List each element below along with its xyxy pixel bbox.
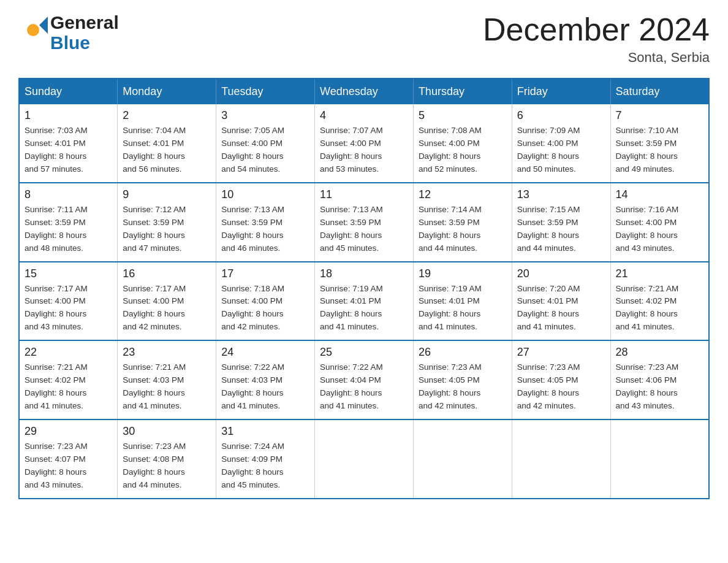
day-number: 23 — [123, 346, 211, 359]
table-row: 3 Sunrise: 7:05 AMSunset: 4:00 PMDayligh… — [216, 104, 315, 183]
table-row: 13 Sunrise: 7:15 AMSunset: 3:59 PMDaylig… — [512, 183, 610, 262]
table-row: 22 Sunrise: 7:21 AMSunset: 4:02 PMDaylig… — [19, 340, 118, 419]
page-header: General Blue December 2024 Sonta, Serbia — [18, 12, 710, 66]
day-number: 31 — [221, 425, 309, 438]
day-info: Sunrise: 7:17 AMSunset: 4:00 PMDaylight:… — [123, 284, 186, 332]
table-row: 14 Sunrise: 7:16 AMSunset: 4:00 PMDaylig… — [610, 183, 709, 262]
day-info: Sunrise: 7:05 AMSunset: 4:00 PMDaylight:… — [221, 126, 284, 174]
calendar-table: Sunday Monday Tuesday Wednesday Thursday… — [18, 78, 710, 499]
day-info: Sunrise: 7:04 AMSunset: 4:01 PMDaylight:… — [123, 126, 186, 174]
table-row: 16 Sunrise: 7:17 AMSunset: 4:00 PMDaylig… — [118, 262, 216, 341]
table-row — [610, 419, 709, 499]
day-number: 28 — [616, 346, 703, 359]
day-info: Sunrise: 7:19 AMSunset: 4:01 PMDaylight:… — [320, 284, 383, 332]
day-info: Sunrise: 7:07 AMSunset: 4:00 PMDaylight:… — [320, 126, 383, 174]
calendar-week-row: 8 Sunrise: 7:11 AMSunset: 3:59 PMDayligh… — [19, 183, 709, 262]
day-info: Sunrise: 7:22 AMSunset: 4:04 PMDaylight:… — [320, 362, 383, 410]
logo-text-block: General Blue — [50, 12, 119, 53]
day-number: 9 — [123, 188, 211, 201]
day-info: Sunrise: 7:10 AMSunset: 3:59 PMDaylight:… — [616, 126, 679, 174]
day-number: 12 — [419, 188, 507, 201]
table-row: 4 Sunrise: 7:07 AMSunset: 4:00 PMDayligh… — [315, 104, 414, 183]
table-row: 5 Sunrise: 7:08 AMSunset: 4:00 PMDayligh… — [413, 104, 512, 183]
day-number: 29 — [25, 425, 112, 438]
day-number: 3 — [221, 109, 309, 122]
table-row: 27 Sunrise: 7:23 AMSunset: 4:05 PMDaylig… — [512, 340, 610, 419]
table-row: 31 Sunrise: 7:24 AMSunset: 4:09 PMDaylig… — [216, 419, 315, 499]
table-row: 29 Sunrise: 7:23 AMSunset: 4:07 PMDaylig… — [19, 419, 118, 499]
day-number: 24 — [221, 346, 309, 359]
day-info: Sunrise: 7:11 AMSunset: 3:59 PMDaylight:… — [25, 205, 88, 253]
table-row: 18 Sunrise: 7:19 AMSunset: 4:01 PMDaylig… — [315, 262, 414, 341]
logo-blue-text: Blue — [50, 33, 119, 53]
table-row — [512, 419, 610, 499]
table-row: 9 Sunrise: 7:12 AMSunset: 3:59 PMDayligh… — [118, 183, 216, 262]
day-number: 16 — [123, 267, 211, 280]
svg-marker-1 — [39, 17, 48, 34]
day-info: Sunrise: 7:23 AMSunset: 4:07 PMDaylight:… — [25, 442, 88, 489]
table-row: 11 Sunrise: 7:13 AMSunset: 3:59 PMDaylig… — [315, 183, 414, 262]
day-info: Sunrise: 7:24 AMSunset: 4:09 PMDaylight:… — [221, 442, 284, 489]
day-info: Sunrise: 7:13 AMSunset: 3:59 PMDaylight:… — [320, 205, 383, 253]
table-row: 2 Sunrise: 7:04 AMSunset: 4:01 PMDayligh… — [118, 104, 216, 183]
location-text: Sonta, Serbia — [483, 50, 710, 66]
day-info: Sunrise: 7:23 AMSunset: 4:05 PMDaylight:… — [419, 362, 482, 410]
day-number: 1 — [25, 109, 112, 122]
col-wednesday: Wednesday — [315, 79, 414, 104]
day-info: Sunrise: 7:21 AMSunset: 4:02 PMDaylight:… — [25, 362, 88, 410]
col-sunday: Sunday — [19, 79, 118, 104]
table-row: 6 Sunrise: 7:09 AMSunset: 4:00 PMDayligh… — [512, 104, 610, 183]
day-info: Sunrise: 7:13 AMSunset: 3:59 PMDaylight:… — [221, 205, 284, 253]
col-friday: Friday — [512, 79, 610, 104]
calendar-week-row: 15 Sunrise: 7:17 AMSunset: 4:00 PMDaylig… — [19, 262, 709, 341]
table-row — [315, 419, 414, 499]
table-row: 8 Sunrise: 7:11 AMSunset: 3:59 PMDayligh… — [19, 183, 118, 262]
day-number: 18 — [320, 267, 408, 280]
day-number: 4 — [320, 109, 408, 122]
day-info: Sunrise: 7:03 AMSunset: 4:01 PMDaylight:… — [25, 126, 88, 174]
day-info: Sunrise: 7:23 AMSunset: 4:06 PMDaylight:… — [616, 362, 679, 410]
day-number: 21 — [616, 267, 703, 280]
table-row: 24 Sunrise: 7:22 AMSunset: 4:03 PMDaylig… — [216, 340, 315, 419]
day-number: 5 — [419, 109, 507, 122]
day-number: 19 — [419, 267, 507, 280]
logo-icon — [18, 17, 48, 48]
calendar-header-row: Sunday Monday Tuesday Wednesday Thursday… — [19, 79, 709, 104]
day-number: 7 — [616, 109, 703, 122]
day-number: 6 — [517, 109, 605, 122]
table-row: 25 Sunrise: 7:22 AMSunset: 4:04 PMDaylig… — [315, 340, 414, 419]
col-saturday: Saturday — [610, 79, 709, 104]
day-number: 27 — [517, 346, 605, 359]
col-tuesday: Tuesday — [216, 79, 315, 104]
day-number: 2 — [123, 109, 211, 122]
calendar-week-row: 1 Sunrise: 7:03 AMSunset: 4:01 PMDayligh… — [19, 104, 709, 183]
table-row: 26 Sunrise: 7:23 AMSunset: 4:05 PMDaylig… — [413, 340, 512, 419]
logo: General Blue — [18, 12, 119, 53]
day-info: Sunrise: 7:15 AMSunset: 3:59 PMDaylight:… — [517, 205, 580, 253]
col-monday: Monday — [118, 79, 216, 104]
table-row: 23 Sunrise: 7:21 AMSunset: 4:03 PMDaylig… — [118, 340, 216, 419]
table-row: 19 Sunrise: 7:19 AMSunset: 4:01 PMDaylig… — [413, 262, 512, 341]
table-row: 21 Sunrise: 7:21 AMSunset: 4:02 PMDaylig… — [610, 262, 709, 341]
day-info: Sunrise: 7:12 AMSunset: 3:59 PMDaylight:… — [123, 205, 186, 253]
day-info: Sunrise: 7:20 AMSunset: 4:01 PMDaylight:… — [517, 284, 580, 332]
day-number: 15 — [25, 267, 112, 280]
day-info: Sunrise: 7:16 AMSunset: 4:00 PMDaylight:… — [616, 205, 679, 253]
day-number: 11 — [320, 188, 408, 201]
day-number: 30 — [123, 425, 211, 438]
table-row: 30 Sunrise: 7:23 AMSunset: 4:08 PMDaylig… — [118, 419, 216, 499]
month-title: December 2024 — [483, 12, 710, 47]
day-number: 26 — [419, 346, 507, 359]
table-row — [413, 419, 512, 499]
table-row: 15 Sunrise: 7:17 AMSunset: 4:00 PMDaylig… — [19, 262, 118, 341]
table-row: 17 Sunrise: 7:18 AMSunset: 4:00 PMDaylig… — [216, 262, 315, 341]
day-number: 10 — [221, 188, 309, 201]
day-info: Sunrise: 7:23 AMSunset: 4:08 PMDaylight:… — [123, 442, 186, 489]
svg-point-0 — [27, 24, 39, 36]
day-number: 25 — [320, 346, 408, 359]
day-number: 14 — [616, 188, 703, 201]
table-row: 1 Sunrise: 7:03 AMSunset: 4:01 PMDayligh… — [19, 104, 118, 183]
table-row: 20 Sunrise: 7:20 AMSunset: 4:01 PMDaylig… — [512, 262, 610, 341]
day-number: 22 — [25, 346, 112, 359]
day-info: Sunrise: 7:09 AMSunset: 4:00 PMDaylight:… — [517, 126, 580, 174]
